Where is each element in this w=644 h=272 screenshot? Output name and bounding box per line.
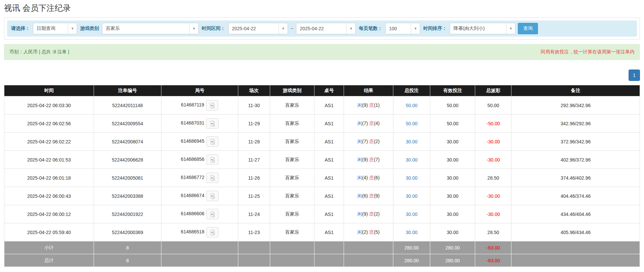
cell-valid-bet: 50.00 [430, 96, 475, 115]
cell-result: 闲(9) 庄(1) [344, 96, 393, 115]
cell-note: 292.96/342.96 [511, 96, 640, 115]
result-player-label: 闲 [357, 121, 362, 126]
summary-bar: 币别：人民币 | 总共 :8 注单 | 同局有效投注，统一计算在该局第一张注单内 [4, 44, 640, 60]
summary-valid-bet: 280.00 [430, 241, 475, 254]
table-row: 2025-04-22 06:03:30 522442011148 6146871… [4, 96, 640, 115]
cell-bet-id: 522442000369 [94, 223, 161, 241]
video-replay-button[interactable] [206, 118, 218, 129]
date-to-select[interactable]: 2025-04-22 ▼ [296, 23, 356, 34]
cell-time: 2025-04-22 06:02:22 [4, 133, 94, 151]
video-replay-button[interactable] [206, 154, 218, 165]
cell-valid-bet: 30.00 [430, 187, 475, 205]
cell-session: 11-26 [238, 169, 270, 187]
table-header: 时间 注单编号 局号 场次 游戏类别 桌号 结果 总投注 有效投注 总派彩 备注 [4, 85, 640, 96]
search-button[interactable]: 查询 [518, 23, 538, 34]
cell-total-bet: 30.00 [393, 223, 430, 241]
result-player-label: 闲 [357, 193, 362, 198]
result-banker-label: 庄 [369, 175, 374, 180]
total-bet-link[interactable]: 50.00 [406, 121, 417, 126]
result-player-score: (9) [362, 211, 368, 217]
result-player-label: 闲 [357, 229, 362, 235]
cell-time: 2025-04-22 06:01:53 [4, 151, 94, 169]
game-category-label: 游戏类别 [80, 26, 100, 32]
total-bet-link[interactable]: 50.00 [406, 103, 417, 108]
cell-total-bet: 30.00 [393, 169, 430, 187]
video-replay-button[interactable] [206, 191, 218, 201]
result-player-label: 闲 [357, 175, 362, 180]
cell-table-no: AS1 [314, 96, 344, 115]
col-header-session: 场次 [238, 85, 270, 96]
page-root: 视讯 会员下注纪录 请选择： 日期查询 ▼ 游戏类别 百家乐 ▼ 时间区间： 2… [0, 3, 644, 267]
cell-bet-id: 522442001922 [94, 205, 161, 223]
video-replay-icon [209, 175, 216, 181]
result-player-label: 闲 [357, 102, 362, 108]
cell-round-id: 614686606 [161, 205, 238, 223]
cell-game: 百家乐 [270, 205, 314, 223]
col-header-result: 结果 [344, 85, 393, 96]
cell-total-bet: 30.00 [393, 151, 430, 169]
cell-game: 百家乐 [270, 133, 314, 151]
cell-session: 11-29 [238, 115, 270, 133]
video-replay-button[interactable] [206, 100, 218, 110]
video-replay-icon [209, 211, 216, 218]
result-player-score: (4) [362, 175, 368, 180]
col-header-payout: 总派彩 [475, 85, 511, 96]
filter-panel: 请选择： 日期查询 ▼ 游戏类别 百家乐 ▼ 时间区间： 2025-04-22 … [4, 17, 640, 40]
page-title: 视讯 会员下注纪录 [4, 3, 640, 13]
cell-valid-bet: 30.00 [430, 151, 475, 169]
result-banker-score: (2) [374, 211, 380, 217]
round-id-text: 614687031 [181, 120, 204, 126]
time-sort-select[interactable]: 降幂(由大到小) ▼ [450, 23, 515, 34]
round-id-text: 614686606 [181, 211, 204, 216]
round-id-text: 614687119 [181, 102, 204, 107]
total-bet-link[interactable]: 30.00 [406, 175, 417, 181]
total-bet-link[interactable]: 30.00 [406, 230, 417, 235]
query-type-value: 日期查询 [33, 23, 68, 34]
total-bet-link[interactable]: 30.00 [406, 157, 417, 163]
query-type-select[interactable]: 日期查询 ▼ [33, 23, 77, 34]
cell-result: 闲(4) 庄(6) [344, 169, 393, 187]
video-replay-button[interactable] [206, 209, 218, 219]
time-range-label: 时间区间： [201, 26, 226, 32]
cell-time: 2025-04-22 06:01:18 [4, 169, 94, 187]
cell-session: 11-30 [238, 96, 270, 115]
summary-count: 8 [94, 241, 161, 254]
cell-valid-bet: 30.00 [430, 169, 475, 187]
game-category-select[interactable]: 百家乐 ▼ [102, 23, 199, 34]
valid-bet-note-text: 同局有效投注，统一计算在该局第一张注单内 [541, 49, 635, 55]
round-id-text: 614686945 [181, 138, 204, 144]
pagination-page-1-button[interactable]: 1 [629, 70, 640, 81]
summary-payout: -63.00 [475, 241, 511, 254]
result-player-score: (7) [362, 121, 368, 126]
video-replay-button[interactable] [206, 173, 218, 183]
result-banker-label: 庄 [369, 139, 374, 144]
summary-valid-bet: 280.00 [430, 254, 475, 267]
video-replay-icon [209, 229, 216, 236]
video-replay-button[interactable] [206, 136, 218, 147]
total-bet-link[interactable]: 30.00 [406, 193, 417, 199]
date-from-value: 2025-04-22 [229, 23, 279, 34]
chevron-down-icon: ▼ [68, 23, 77, 34]
total-bet-link[interactable]: 30.00 [406, 139, 417, 144]
cell-total-bet: 30.00 [393, 133, 430, 151]
cell-bet-id: 522442008074 [94, 133, 161, 151]
cell-valid-bet: 50.00 [430, 115, 475, 133]
col-header-time: 时间 [4, 85, 94, 96]
cell-bet-id: 522442003388 [94, 187, 161, 205]
cell-game: 百家乐 [270, 223, 314, 241]
cell-payout: -50.00 [475, 115, 511, 133]
cell-round-id: 614687031 [161, 115, 238, 133]
video-replay-button[interactable] [206, 227, 218, 237]
cell-table-no: AS1 [314, 205, 344, 223]
date-from-select[interactable]: 2025-04-22 ▼ [228, 23, 288, 34]
cell-time: 2025-04-22 06:03:30 [4, 96, 94, 115]
cell-note: 404.46/374.46 [511, 187, 640, 205]
result-banker-label: 庄 [369, 193, 374, 198]
result-banker-score: (6) [374, 175, 380, 180]
summary-total-bet: 280.00 [393, 241, 430, 254]
table-row: 2025-04-22 06:01:53 522442006628 6146868… [4, 151, 640, 169]
cell-round-id: 614686856 [161, 151, 238, 169]
page-size-select[interactable]: 100 ▼ [385, 23, 420, 34]
cell-game: 百家乐 [270, 187, 314, 205]
total-bet-link[interactable]: 30.00 [406, 212, 417, 217]
